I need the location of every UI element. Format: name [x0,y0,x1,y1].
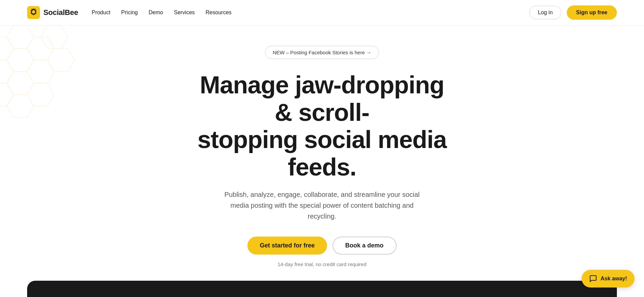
announcement-text: NEW – Posting Facebook Stories is here → [273,50,371,55]
svg-marker-10 [0,60,14,83]
login-button[interactable]: Log in [529,6,561,19]
navbar-right: Log in Sign up free [529,5,617,20]
chat-label: Ask away! [601,276,627,282]
nav-links: Product Pricing Demo Services Resources [92,10,232,16]
honeycomb-svg [0,25,122,158]
nav-link-pricing[interactable]: Pricing [121,10,138,15]
svg-marker-5 [7,25,34,49]
nav-link-services[interactable]: Services [174,10,195,15]
svg-marker-14 [47,49,75,72]
svg-marker-9 [27,60,54,83]
svg-marker-16 [0,83,14,106]
svg-marker-17 [7,95,34,118]
hero-title-line1: Manage jaw-dropping & scroll- [200,71,444,126]
hero-buttons: Get started for free Book a demo [247,237,396,255]
svg-marker-8 [7,49,34,72]
chat-icon [589,275,597,283]
nav-link-demo[interactable]: Demo [149,10,163,15]
svg-marker-15 [27,83,54,106]
cta-secondary-button[interactable]: Book a demo [333,237,397,255]
svg-marker-11 [7,72,34,95]
chat-widget[interactable]: Ask away! [582,270,635,287]
svg-marker-7 [0,37,14,60]
signup-button[interactable]: Sign up free [567,5,617,20]
announcement-badge[interactable]: NEW – Posting Facebook Stories is here → [265,46,379,59]
hero-section: NEW – Posting Facebook Stories is here →… [0,25,644,281]
logo-link[interactable]: SocialBee [27,6,78,19]
svg-point-2 [32,10,35,14]
hero-subtitle: Publish, analyze, engage, collaborate, a… [217,189,427,222]
hero-title-line2: stopping social media feeds. [197,126,446,181]
nav-link-resources[interactable]: Resources [206,10,232,15]
trial-note: 14-day free trial, no credit card requir… [278,261,367,267]
svg-marker-6 [27,37,54,60]
svg-marker-13 [41,25,68,49]
nav-link-product[interactable]: Product [92,10,110,15]
cta-primary-button[interactable]: Get started for free [247,237,327,255]
navbar: SocialBee Product Pricing Demo Services … [0,0,644,25]
brand-name: SocialBee [43,8,78,17]
navbar-left: SocialBee Product Pricing Demo Services … [27,6,232,19]
hero-title: Manage jaw-dropping & scroll- stopping s… [193,71,451,181]
bee-logo-icon [27,6,40,19]
dark-section [27,281,617,297]
